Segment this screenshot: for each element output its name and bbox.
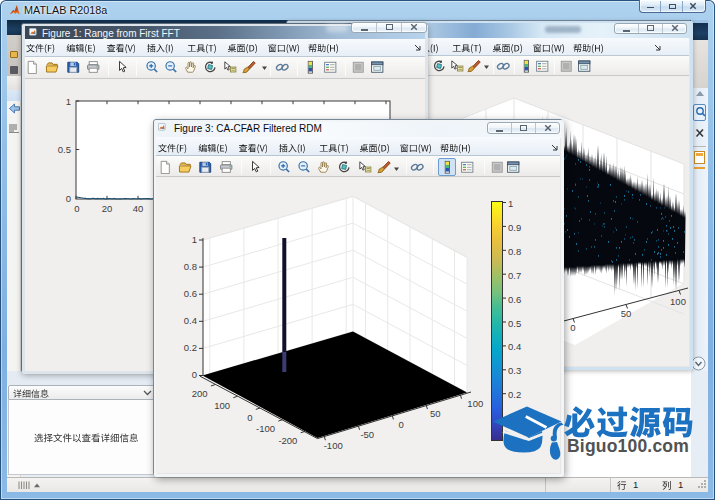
svg-text:-200: -200 (278, 435, 297, 446)
svg-text:0.5: 0.5 (58, 144, 71, 155)
svg-text:0: 0 (399, 419, 404, 430)
svg-text:0.2: 0.2 (184, 342, 197, 353)
svg-text:0: 0 (192, 369, 197, 380)
svg-text:-50: -50 (360, 429, 374, 440)
svg-text:50: 50 (430, 408, 441, 419)
svg-text:0.4: 0.4 (184, 315, 197, 326)
svg-text:100: 100 (467, 398, 483, 409)
svg-text:50: 50 (621, 308, 632, 319)
svg-text:20: 20 (102, 203, 113, 214)
svg-text:-100: -100 (324, 440, 343, 451)
svg-text:0: 0 (570, 322, 575, 333)
svg-text:100: 100 (670, 296, 686, 307)
svg-text:0: 0 (66, 193, 71, 204)
svg-text:0: 0 (74, 203, 79, 214)
svg-text:0.6: 0.6 (184, 288, 197, 299)
svg-text:1: 1 (192, 234, 197, 245)
svg-text:1: 1 (66, 96, 71, 107)
svg-text:40: 40 (133, 203, 144, 214)
svg-text:-100: -100 (256, 423, 275, 434)
svg-text:0.8: 0.8 (184, 261, 197, 272)
svg-text:0: 0 (247, 412, 252, 423)
svg-text:200: 200 (192, 388, 208, 399)
svg-text:100: 100 (214, 400, 230, 411)
